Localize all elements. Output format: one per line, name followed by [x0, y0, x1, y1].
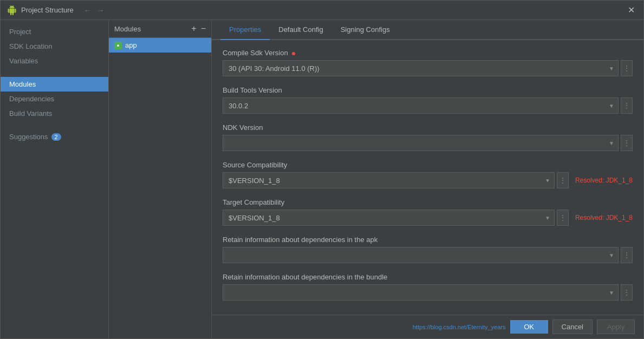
- title-bar-left: Project Structure ← →: [7, 5, 106, 15]
- form-group-build-tools: Build Tools Version 30.0.2 ▼ ⋮: [223, 86, 633, 114]
- source-compat-action-button[interactable]: ⋮: [557, 172, 569, 188]
- dialog-project-structure: Project Structure ← → ✕ Project SDK Loca…: [0, 0, 644, 339]
- tab-default-config[interactable]: Default Config: [270, 20, 331, 40]
- window-title: Project Structure: [21, 6, 74, 14]
- compile-sdk-action-button[interactable]: ⋮: [621, 60, 633, 76]
- form-group-retain-apk: Retain information about dependencies in…: [223, 236, 633, 263]
- form-group-source-compat: Source Compatibility $VERSION_1_8 ▼ ⋮ Re…: [223, 161, 633, 188]
- source-compat-label: Source Compatibility: [223, 161, 633, 169]
- ndk-select-wrapper: ▼: [223, 135, 619, 151]
- android-icon: [7, 5, 17, 15]
- form-group-target-compat: Target Compatibility $VERSION_1_8 ▼ ⋮ Re…: [223, 198, 633, 226]
- remove-module-button[interactable]: −: [201, 24, 206, 33]
- cancel-button[interactable]: Cancel: [552, 320, 593, 334]
- close-button[interactable]: ✕: [626, 5, 637, 15]
- ndk-row: ▼ ⋮: [223, 135, 633, 151]
- compile-sdk-select[interactable]: 30 (API 30: Android 11.0 (R)): [223, 60, 619, 76]
- nav-forward[interactable]: →: [95, 6, 106, 15]
- main-content: Project SDK Location Variables Modules D…: [1, 20, 643, 338]
- apply-button[interactable]: Apply: [597, 320, 635, 334]
- retain-apk-select[interactable]: [223, 247, 619, 263]
- modules-panel: Modules + − ● app: [109, 20, 212, 338]
- bottom-bar: https://blog.csdn.net/Eternity_years OK …: [212, 315, 643, 338]
- sidebar-item-project[interactable]: Project: [1, 24, 108, 39]
- build-tools-select-wrapper: 30.0.2 ▼: [223, 97, 619, 114]
- compile-sdk-row: 30 (API 30: Android 11.0 (R)) ▼ ⋮: [223, 60, 633, 76]
- sidebar-item-suggestions[interactable]: Suggestions 2: [1, 129, 108, 144]
- sidebar-gap-2: [1, 121, 108, 129]
- sidebar-gap: [1, 68, 108, 77]
- sidebar-item-modules[interactable]: Modules: [1, 77, 108, 92]
- retain-apk-select-wrapper: ▼: [223, 247, 619, 263]
- sidebar-item-variables[interactable]: Variables: [1, 54, 108, 68]
- build-tools-row: 30.0.2 ▼ ⋮: [223, 97, 633, 114]
- form-content: Compile Sdk Version 30 (API 30: Android …: [212, 40, 643, 315]
- title-bar: Project Structure ← → ✕: [1, 1, 643, 20]
- sidebar-item-build-variants[interactable]: Build Variants: [1, 106, 108, 121]
- add-module-button[interactable]: +: [191, 24, 196, 33]
- retain-bundle-select-wrapper: ▼: [223, 284, 619, 301]
- tab-signing-configs[interactable]: Signing Configs: [332, 20, 399, 40]
- retain-bundle-row: ▼ ⋮: [223, 284, 633, 301]
- source-compat-row: $VERSION_1_8 ▼ ⋮ Resolved: JDK_1_8: [223, 172, 633, 188]
- source-compat-resolved: Resolved: JDK_1_8: [575, 177, 633, 184]
- retain-apk-action-button[interactable]: ⋮: [621, 247, 633, 263]
- sidebar: Project SDK Location Variables Modules D…: [1, 20, 109, 338]
- ndk-label: NDK Version: [223, 123, 633, 132]
- suggestions-badge: 2: [51, 133, 61, 141]
- build-tools-action-button[interactable]: ⋮: [621, 97, 633, 114]
- bottom-url: https://blog.csdn.net/Eternity_years: [220, 324, 506, 330]
- modules-header-label: Modules: [114, 25, 141, 33]
- nav-back[interactable]: ←: [82, 6, 93, 15]
- source-compat-select-wrapper: $VERSION_1_8 ▼: [223, 172, 555, 188]
- form-group-retain-bundle: Retain information about dependencies in…: [223, 273, 633, 301]
- tabs-bar: Properties Default Config Signing Config…: [212, 20, 643, 40]
- retain-apk-label: Retain information about dependencies in…: [223, 236, 633, 244]
- ndk-select[interactable]: [223, 135, 619, 151]
- retain-bundle-label: Retain information about dependencies in…: [223, 273, 633, 281]
- compile-sdk-select-wrapper: 30 (API 30: Android 11.0 (R)) ▼: [223, 60, 619, 76]
- target-compat-row: $VERSION_1_8 ▼ ⋮ Resolved: JDK_1_8: [223, 210, 633, 226]
- ndk-action-button[interactable]: ⋮: [621, 135, 633, 151]
- source-compat-select[interactable]: $VERSION_1_8: [223, 172, 555, 188]
- retain-bundle-action-button[interactable]: ⋮: [621, 284, 633, 301]
- module-name: app: [125, 41, 137, 49]
- nav-buttons: ← →: [82, 6, 106, 15]
- retain-apk-row: ▼ ⋮: [223, 247, 633, 263]
- modules-header-actions: + −: [191, 24, 206, 33]
- modules-header: Modules + −: [109, 20, 211, 38]
- ok-button[interactable]: OK: [510, 320, 548, 334]
- right-panel: Properties Default Config Signing Config…: [212, 20, 643, 338]
- target-compat-resolved: Resolved: JDK_1_8: [575, 214, 633, 221]
- module-item-app[interactable]: ● app: [109, 38, 211, 53]
- sidebar-item-dependencies[interactable]: Dependencies: [1, 92, 108, 106]
- required-indicator: [292, 52, 295, 55]
- build-tools-select[interactable]: 30.0.2: [223, 97, 619, 114]
- target-compat-select[interactable]: $VERSION_1_8: [223, 210, 555, 226]
- target-compat-label: Target Compatibility: [223, 198, 633, 206]
- form-group-compile-sdk: Compile Sdk Version 30 (API 30: Android …: [223, 49, 633, 76]
- target-compat-action-button[interactable]: ⋮: [557, 210, 569, 226]
- compile-sdk-label: Compile Sdk Version: [223, 49, 633, 57]
- retain-bundle-select[interactable]: [223, 284, 619, 301]
- sidebar-item-sdk-location[interactable]: SDK Location: [1, 39, 108, 54]
- build-tools-label: Build Tools Version: [223, 86, 633, 94]
- module-icon: ●: [114, 42, 122, 49]
- target-compat-select-wrapper: $VERSION_1_8 ▼: [223, 210, 555, 226]
- form-group-ndk: NDK Version ▼ ⋮: [223, 123, 633, 151]
- tab-properties[interactable]: Properties: [220, 20, 270, 40]
